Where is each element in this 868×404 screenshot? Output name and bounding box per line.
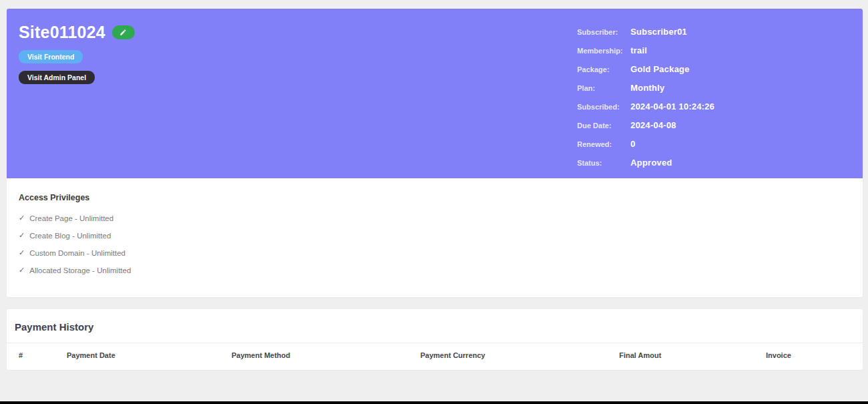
detail-value: 2024-04-01 10:24:26: [630, 102, 715, 112]
privilege-list: ✓ Create Page - Unlimitted ✓ Create Blog…: [19, 214, 851, 274]
privilege-item-create-page: ✓ Create Page - Unlimitted: [19, 214, 851, 222]
detail-row-membership: Membership: trail: [577, 45, 715, 55]
column-header-invoice: Invoice: [766, 351, 863, 359]
detail-row-subscribed: Subscribed: 2024-04-01 10:24:26: [577, 102, 715, 112]
access-privileges-title: Access Privileges: [19, 193, 851, 202]
privilege-label: Allocated Storage - Unlimitted: [29, 266, 131, 274]
payment-history-title: Payment History: [7, 309, 863, 343]
pencil-icon: [119, 29, 127, 36]
status-badge: Approved: [630, 158, 672, 168]
detail-label: Subscriber:: [577, 28, 630, 36]
site-title-row: Site011024: [19, 23, 851, 41]
detail-value: 2024-04-08: [630, 120, 677, 130]
detail-value: 0: [630, 139, 635, 149]
privilege-label: Custom Domain - Unlimitted: [29, 249, 125, 257]
detail-label: Renewed:: [577, 140, 630, 148]
page: Site011024 Visit Frontend Visit Admin Pa…: [0, 9, 868, 404]
column-header-payment-date: Payment Date: [67, 351, 232, 359]
detail-label: Plan:: [577, 84, 630, 92]
access-privileges-section: Access Privileges ✓ Create Page - Unlimi…: [7, 178, 863, 297]
bottom-bar: [0, 401, 868, 404]
column-header-payment-method: Payment Method: [232, 351, 420, 359]
privilege-label: Create Page - Unlimitted: [29, 214, 113, 222]
subscription-details: Subscriber: Subscriber01 Membership: tra…: [577, 27, 715, 176]
detail-label: Status:: [577, 159, 630, 167]
privilege-item-allocated-storage: ✓ Allocated Storage - Unlimitted: [19, 266, 851, 274]
detail-row-package: Package: Gold Package: [577, 64, 715, 74]
detail-label: Package:: [577, 65, 630, 73]
visit-admin-panel-button[interactable]: Visit Admin Panel: [19, 71, 95, 84]
detail-value: trail: [630, 45, 647, 55]
detail-row-renewed: Renewed: 0: [577, 139, 715, 149]
detail-row-due-date: Due Date: 2024-04-08: [577, 120, 715, 130]
edit-site-button[interactable]: [112, 25, 135, 39]
detail-value: Gold Package: [630, 64, 689, 74]
check-icon: ✓: [19, 231, 25, 240]
privilege-item-custom-domain: ✓ Custom Domain - Unlimitted: [19, 248, 851, 257]
detail-label: Due Date:: [577, 122, 630, 130]
site-title: Site011024: [19, 23, 105, 41]
detail-value: Subscriber01: [630, 27, 687, 37]
detail-label: Membership:: [577, 47, 630, 55]
site-card: Site011024 Visit Frontend Visit Admin Pa…: [7, 9, 863, 297]
column-header-final-amount: Final Amout: [619, 351, 766, 359]
site-header: Site011024 Visit Frontend Visit Admin Pa…: [7, 9, 863, 178]
visit-frontend-button[interactable]: Visit Frontend: [19, 50, 83, 63]
privilege-label: Create Blog - Unlimitted: [29, 232, 111, 240]
payment-history-card: Payment History # Payment Date Payment M…: [7, 309, 863, 370]
check-icon: ✓: [19, 266, 25, 274]
column-header-payment-currency: Payment Currency: [420, 351, 619, 359]
column-header-number: #: [19, 351, 67, 359]
detail-row-status: Status: Approved: [577, 158, 715, 168]
detail-row-subscriber: Subscriber: Subscriber01: [577, 27, 715, 37]
detail-label: Subscribed:: [577, 103, 630, 111]
detail-row-plan: Plan: Monthly: [577, 83, 715, 93]
payment-table-header: # Payment Date Payment Method Payment Cu…: [7, 343, 863, 370]
privilege-item-create-blog: ✓ Create Blog - Unlimitted: [19, 231, 851, 240]
check-icon: ✓: [19, 214, 25, 222]
detail-value: Monthly: [630, 83, 665, 93]
check-icon: ✓: [19, 248, 25, 257]
